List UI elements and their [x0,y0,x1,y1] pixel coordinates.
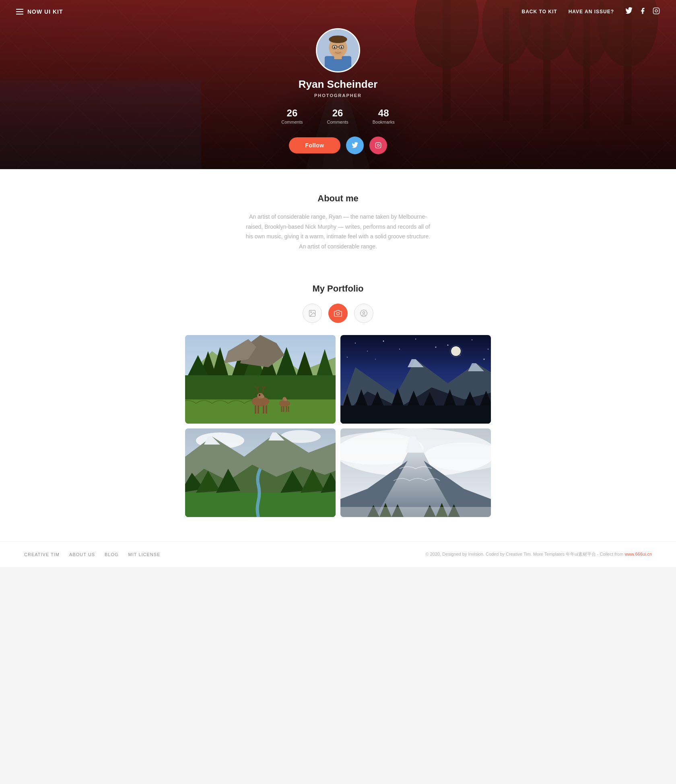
nav-instagram-icon[interactable] [653,7,660,16]
svg-point-77 [347,357,348,358]
svg-rect-11 [583,12,590,129]
instagram-button[interactable] [369,137,387,154]
portfolio-inner: My Portfolio [185,283,491,517]
nav-facebook-icon[interactable] [639,7,646,16]
filter-tabs [185,304,491,323]
svg-point-69 [383,341,384,342]
stat-value-2: 26 [332,108,343,119]
footer-link-license[interactable]: MIT License [128,552,161,557]
svg-point-72 [472,339,472,340]
stat-label-3: Bookmarks [373,120,395,124]
svg-point-54 [259,394,260,396]
portfolio-card-night[interactable] [340,335,491,424]
about-section: About me An artist of considerable range… [0,169,676,267]
portfolio-title: My Portfolio [185,283,491,294]
stat-label-1: Comments [281,120,303,124]
follow-button[interactable]: Follow [289,137,340,153]
svg-point-96 [451,346,461,356]
about-title: About me [197,193,479,204]
hamburger-icon[interactable] [16,9,23,14]
filter-tab-activity[interactable] [354,304,373,323]
footer-link-creative-tim[interactable]: Creative Tim [24,552,60,557]
stat-value-1: 26 [287,108,298,119]
footer: Creative Tim About Us Blog MIT License ©… [0,541,676,567]
stat-bookmarks: 48 Bookmarks [373,108,395,124]
svg-point-31 [311,312,312,313]
svg-point-53 [260,395,264,398]
profile-name: Ryan Scheinder [299,78,378,91]
svg-point-68 [355,343,356,343]
nav-link-issue[interactable]: Have an Issue? [569,9,614,14]
svg-rect-28 [375,143,381,148]
svg-point-23 [341,46,342,48]
svg-rect-85 [340,405,491,424]
footer-url[interactable]: www.666ui.cn [624,552,652,556]
svg-point-32 [337,312,340,315]
hero-section: Ryan Scheinder Photographer 26 Comments … [0,0,676,169]
svg-point-19 [329,35,347,43]
navbar: NOW UI KIT Back to Kit Have an Issue? [0,0,676,23]
svg-point-79 [484,359,485,360]
navbar-social [625,7,660,16]
footer-link-about[interactable]: About Us [69,552,95,557]
footer-link-blog[interactable]: Blog [105,552,119,557]
filter-tab-photo[interactable] [328,304,348,323]
portfolio-card-deer[interactable] [185,335,336,424]
svg-rect-2 [0,81,201,169]
svg-point-80 [375,359,376,360]
avatar [316,28,360,72]
twitter-button[interactable] [346,137,364,154]
filter-tab-all[interactable] [303,304,322,323]
stats-row: 26 Comments 26 Comments 48 Bookmarks [281,108,394,124]
about-text: An artist of considerable range, Ryan — … [245,212,431,251]
svg-point-70 [415,339,416,339]
footer-links: Creative Tim About Us Blog MIT License [24,552,160,557]
brand[interactable]: NOW UI KIT [16,8,63,15]
nav-link-kit[interactable]: Back to Kit [522,9,557,14]
svg-point-22 [334,46,336,48]
svg-point-34 [363,312,365,314]
svg-point-27 [334,51,343,55]
svg-point-73 [367,351,368,352]
portfolio-card-valley[interactable] [185,428,336,517]
svg-point-33 [361,310,367,317]
brand-label: NOW UI KIT [27,8,63,15]
svg-point-74 [399,349,400,350]
action-row: Follow [289,137,387,154]
stat-comments-1: 26 Comments [281,108,303,124]
svg-point-71 [447,345,449,346]
about-inner: About me An artist of considerable range… [197,193,479,251]
portfolio-card-snowy[interactable] [340,428,491,517]
stat-value-3: 48 [378,108,389,119]
portfolio-section: My Portfolio [0,267,676,541]
svg-point-62 [284,399,287,401]
portfolio-grid [185,335,491,517]
svg-rect-125 [340,507,491,517]
svg-rect-0 [653,8,660,14]
nav-twitter-icon[interactable] [625,7,633,16]
profile-title: Photographer [314,93,362,98]
navbar-right: Back to Kit Have an Issue? [522,7,660,16]
svg-point-75 [435,347,437,348]
svg-point-76 [488,349,488,350]
stat-label-2: Comments [327,120,348,124]
footer-copyright: © 2020, Designed by Invision. Coded by C… [426,551,652,557]
stat-comments-2: 26 Comments [327,108,348,124]
svg-rect-7 [503,8,509,121]
